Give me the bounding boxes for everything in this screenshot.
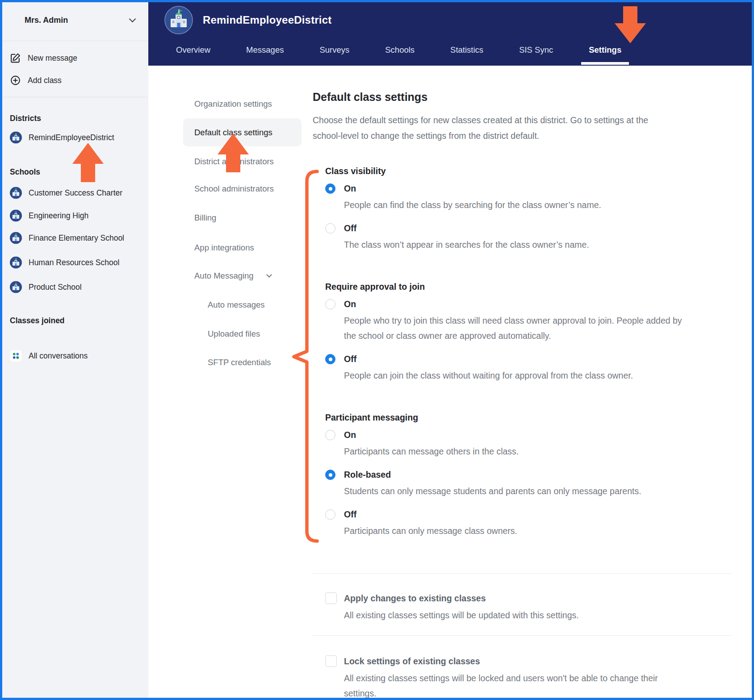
school-icon xyxy=(10,281,22,293)
tab-sis-sync[interactable]: SIS Sync xyxy=(519,38,553,62)
compose-icon xyxy=(10,53,21,64)
new-message-button[interactable]: New message xyxy=(10,53,145,64)
tab-settings[interactable]: Settings xyxy=(589,38,621,62)
account-switcher[interactable]: Mrs. Admin xyxy=(0,0,148,41)
radio-option-off: Off People can join the class without wa… xyxy=(325,354,732,383)
radio-option-on: On People who try to join this class wil… xyxy=(325,299,732,343)
apply-changes-section: Apply changes to existing classes All ex… xyxy=(325,592,732,623)
all-conversations-item[interactable]: All conversations xyxy=(10,350,145,362)
sidebar-item-school[interactable]: Customer Success Charter xyxy=(10,187,145,199)
subnav-auto-messaging-label: Auto Messaging xyxy=(194,271,254,281)
add-class-button[interactable]: Add class xyxy=(10,75,145,86)
default-class-settings-panel: Default class settings Choose the defaul… xyxy=(304,66,752,698)
chevron-down-icon xyxy=(266,272,272,278)
sidebar: Mrs. Admin New message Add class Distric… xyxy=(0,0,148,700)
sidebar-item-district[interactable]: RemindEmployeeDistrict xyxy=(10,132,145,144)
settings-subnav: Organization settings Default class sett… xyxy=(148,66,304,700)
district-title: RemindEmployeeDistrict xyxy=(203,14,331,26)
sidebar-item-school[interactable]: Product School xyxy=(10,281,145,293)
school-icon xyxy=(10,210,22,222)
group-participant-messaging: Participant messaging On Participants ca… xyxy=(325,412,732,538)
radio-option-on: On People can find the class by searchin… xyxy=(325,183,732,212)
plus-circle-icon xyxy=(10,75,21,86)
district-brand: RemindEmployeeDistrict xyxy=(164,6,331,34)
checkbox-label: Lock settings of existing classes xyxy=(344,656,480,667)
tab-schools[interactable]: Schools xyxy=(385,38,415,62)
section-divider xyxy=(313,635,732,636)
group-class-visibility: Class visibility On People can find the … xyxy=(325,166,732,252)
lock-settings-section: Lock settings of existing classes All ex… xyxy=(325,655,732,698)
group-heading: Class visibility xyxy=(325,166,732,176)
radio-row[interactable]: Off xyxy=(325,223,732,233)
lock-settings-checkbox[interactable] xyxy=(325,655,337,667)
radio-button[interactable] xyxy=(325,223,335,233)
conversations-icon xyxy=(10,350,22,362)
lock-settings-row[interactable]: Lock settings of existing classes xyxy=(325,655,732,667)
subnav-default-class-settings[interactable]: Default class settings xyxy=(183,118,302,146)
subnav-sftp-credentials[interactable]: SFTP credentials xyxy=(208,358,271,367)
radio-button[interactable] xyxy=(325,509,335,520)
radio-description: The class won’t appear in searches for t… xyxy=(344,237,692,252)
radio-button[interactable] xyxy=(325,183,335,194)
radio-button[interactable] xyxy=(325,470,335,480)
radio-row[interactable]: Off xyxy=(325,354,732,364)
subnav-auto-messages[interactable]: Auto messages xyxy=(208,300,265,310)
radio-description: Participants can only message class owne… xyxy=(344,523,692,538)
radio-button[interactable] xyxy=(325,354,335,364)
tab-surveys[interactable]: Surveys xyxy=(319,38,349,62)
tab-overview[interactable]: Overview xyxy=(176,38,210,62)
radio-row[interactable]: Off xyxy=(325,509,732,520)
top-navbar: RemindEmployeeDistrict Overview Messages… xyxy=(148,0,754,66)
group-heading: Participant messaging xyxy=(325,412,732,423)
chevron-down-icon xyxy=(129,16,136,23)
radio-option-off: Off The class won’t appear in searches f… xyxy=(325,223,732,252)
radio-option-on: On Participants can message others in th… xyxy=(325,430,732,459)
sidebar-item-school[interactable]: Engineering High xyxy=(10,210,145,222)
sidebar-item-school[interactable]: Finance Elementary School xyxy=(10,232,145,244)
subnav-selected-label: Default class settings xyxy=(194,128,272,138)
school-icon xyxy=(10,232,22,244)
radio-row[interactable]: On xyxy=(325,430,732,440)
radio-label: On xyxy=(344,183,356,194)
subnav-district-administrators[interactable]: District administrators xyxy=(194,157,274,167)
district-avatar xyxy=(164,6,193,34)
subnav-organization-settings[interactable]: Organization settings xyxy=(194,99,272,109)
subnav-auto-messaging[interactable]: Auto Messaging xyxy=(194,271,271,281)
tab-messages[interactable]: Messages xyxy=(246,38,284,62)
tab-statistics[interactable]: Statistics xyxy=(450,38,483,62)
radio-label: On xyxy=(344,299,356,309)
radio-label: On xyxy=(344,430,356,440)
subnav-school-administrators[interactable]: School administrators xyxy=(194,184,274,194)
account-name: Mrs. Admin xyxy=(25,16,68,25)
subnav-uploaded-files[interactable]: Uploaded files xyxy=(208,329,260,339)
classes-joined-section-label: Classes joined xyxy=(10,316,65,325)
apply-changes-checkbox[interactable] xyxy=(325,592,337,604)
apply-changes-row[interactable]: Apply changes to existing classes xyxy=(325,592,732,604)
subnav-billing[interactable]: Billing xyxy=(194,213,216,223)
settings-groups: Class visibility On People can find the … xyxy=(325,166,732,538)
radio-label: Off xyxy=(344,223,356,233)
school-name: Customer Success Charter xyxy=(29,188,122,198)
radio-row[interactable]: On xyxy=(325,299,732,309)
section-divider xyxy=(313,573,732,574)
sidebar-divider xyxy=(0,97,148,97)
new-message-label: New message xyxy=(28,54,77,63)
school-icon xyxy=(10,132,22,144)
radio-row[interactable]: Role-based xyxy=(325,470,732,480)
radio-description: People can join the class without waitin… xyxy=(344,368,692,383)
radio-button[interactable] xyxy=(325,299,335,309)
school-name: Product School xyxy=(29,283,82,292)
radio-description: Participants can message others in the c… xyxy=(344,444,692,459)
radio-button[interactable] xyxy=(325,430,335,440)
radio-label: Off xyxy=(344,354,356,364)
radio-label: Role-based xyxy=(344,470,391,480)
school-name: Human Resources School xyxy=(29,258,119,267)
school-name: Finance Elementary School xyxy=(29,233,124,243)
radio-description: People can find the class by searching f… xyxy=(344,197,692,212)
subnav-app-integrations[interactable]: App integrations xyxy=(194,243,254,253)
radio-row[interactable]: On xyxy=(325,183,732,194)
school-icon xyxy=(10,257,22,269)
schools-section-label: Schools xyxy=(10,167,40,177)
sidebar-item-school[interactable]: Human Resources School xyxy=(10,257,145,269)
group-heading: Require approval to join xyxy=(325,282,732,292)
